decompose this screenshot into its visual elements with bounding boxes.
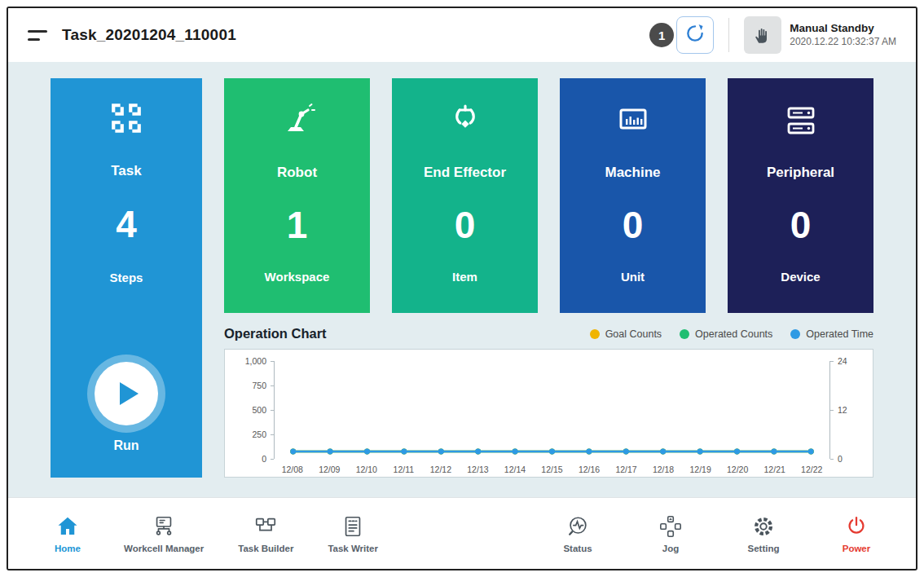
chart-x-axis: 12/0812/0912/1012/1112/1212/1312/1412/15… (274, 459, 830, 478)
header: Task_20201204_110001 1 (8, 8, 916, 62)
robot-arm-icon (279, 103, 315, 142)
chart-legend: Goal Counts Operated Counts Operated Tim… (590, 328, 873, 340)
machine-card-sublabel: Unit (621, 270, 645, 284)
nav-item-status[interactable]: Status (556, 514, 600, 553)
chart-title: Operation Chart (224, 326, 327, 341)
page-title: Task_20201204_110001 (62, 26, 236, 44)
power-icon (844, 514, 869, 539)
peripheral-card-value: 0 (790, 203, 812, 247)
workcell-manager-icon (152, 514, 176, 539)
chart-plot (274, 361, 830, 459)
legend-operated-time: Operated Time (790, 328, 873, 340)
mode-label: Manual Standby (790, 21, 896, 36)
nav-item-setting[interactable]: Setting (741, 514, 785, 553)
hamburger-icon (28, 30, 47, 33)
gripper-icon (447, 103, 483, 142)
task-builder-icon (253, 514, 278, 539)
nav-item-workcell-manager[interactable]: Workcell Manager (124, 514, 204, 553)
hand-icon (744, 16, 781, 54)
timestamp: 2020.12.22 10:32:37 AM (790, 36, 896, 49)
operated-time-dot-icon (790, 329, 800, 339)
bracket-grid-icon (109, 101, 143, 139)
cards-row: Robot 1 Workspace (224, 78, 873, 313)
nav-right-group: Status Jog (556, 514, 878, 553)
end-effector-card[interactable]: End Effector 0 Item (392, 78, 538, 313)
cycle-button[interactable] (676, 16, 714, 54)
robot-card-value: 1 (287, 203, 308, 247)
peripheral-card[interactable]: Peripheral 0 Device (728, 78, 873, 313)
robot-card-sublabel: Workspace (265, 270, 330, 284)
chart-header: Operation Chart Goal Counts Operated Cou… (224, 326, 873, 341)
machine-card-value: 0 (623, 203, 644, 247)
operated-counts-dot-icon (680, 329, 689, 339)
mode-button[interactable]: Manual Standby 2020.12.22 10:32:37 AM (744, 16, 896, 54)
home-icon (55, 514, 80, 539)
operation-chart-section: Operation Chart Goal Counts Operated Cou… (224, 326, 873, 478)
nav-item-power[interactable]: Power (834, 514, 878, 553)
nav-item-task-builder[interactable]: Task Builder (238, 514, 293, 553)
robot-card-label: Robot (277, 165, 317, 181)
gear-icon (751, 514, 776, 539)
menu-button[interactable] (28, 27, 51, 44)
bottom-nav: Home Workcell Manager (8, 497, 916, 569)
circular-arrow-icon (684, 23, 706, 47)
task-card-label: Task (111, 163, 142, 179)
right-column: Robot 1 Workspace (224, 78, 873, 478)
nav-item-task-writer[interactable]: Task Writer (328, 514, 378, 553)
peripheral-card-sublabel: Device (781, 270, 820, 284)
play-icon (120, 382, 139, 405)
end-effector-card-sublabel: Item (452, 270, 477, 284)
legend-operated-counts: Operated Counts (680, 328, 772, 340)
peripheral-card-label: Peripheral (767, 165, 834, 181)
task-card[interactable]: Task 4 Steps Run (51, 78, 202, 478)
machine-card-label: Machine (605, 165, 660, 181)
monitor-gauge-icon (615, 103, 651, 142)
run-button[interactable] (95, 362, 158, 425)
robot-card[interactable]: Robot 1 Workspace (224, 78, 370, 313)
legend-goal-counts: Goal Counts (590, 328, 662, 340)
nav-item-home[interactable]: Home (46, 514, 90, 553)
chart-panel: 1,0007505002500 24120 12/0812/0912/1012/… (224, 349, 873, 478)
mode-text: Manual Standby 2020.12.22 10:32:37 AM (790, 21, 896, 48)
run-label: Run (113, 438, 139, 453)
server-stack-icon (783, 103, 819, 142)
end-effector-card-label: End Effector (424, 165, 506, 181)
header-divider (728, 18, 729, 52)
end-effector-card-value: 0 (455, 203, 476, 247)
goal-counts-dot-icon (590, 329, 600, 339)
jog-dpad-icon (658, 514, 683, 539)
status-pulse-icon (565, 514, 590, 539)
task-card-value: 4 (116, 202, 137, 246)
chart-y-axis-right: 24120 (830, 361, 866, 459)
task-writer-icon (341, 514, 365, 539)
machine-card[interactable]: Machine 0 Unit (560, 78, 706, 313)
chart-y-axis-left: 1,0007505002500 (231, 361, 274, 459)
nav-item-jog[interactable]: Jog (649, 514, 693, 553)
header-right: 1 Manual Standby 2020.12 (649, 16, 896, 54)
notification-badge: 1 (649, 23, 674, 47)
nav-left-group: Home Workcell Manager (46, 514, 378, 553)
task-card-sublabel: Steps (110, 271, 143, 284)
main-content: Task 4 Steps Run (8, 62, 916, 497)
app-frame: Task_20201204_110001 1 (7, 7, 917, 570)
